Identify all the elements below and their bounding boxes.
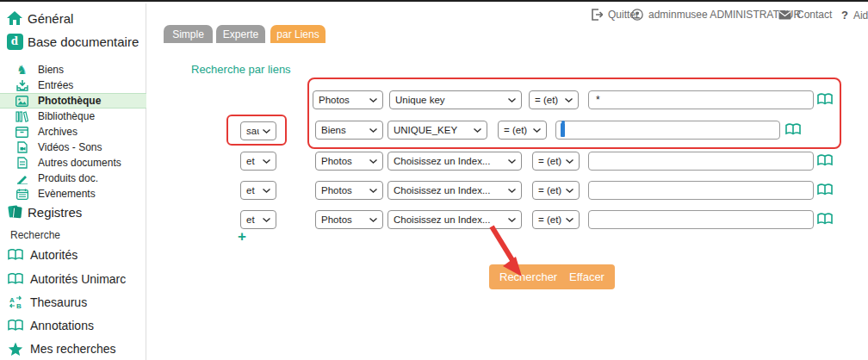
row3-index-select[interactable]: Choisissez un Index... <box>388 152 522 171</box>
row4-index-select[interactable]: Choisissez un Index... <box>388 181 522 200</box>
effacer-button[interactable]: Effacer <box>559 264 615 289</box>
calendar-icon <box>16 188 28 201</box>
page-title: Recherche par liens <box>191 63 291 76</box>
contact-link[interactable]: Contact <box>778 9 832 21</box>
open-book-icon <box>7 247 23 264</box>
envelope-icon <box>778 10 791 20</box>
row4-lexicon-book-icon[interactable] <box>817 183 833 196</box>
text-cursor-icon <box>561 123 565 137</box>
archive-box-icon <box>16 126 28 139</box>
topbar: Quitter adminmusee ADMINISTRATEUR Contac… <box>147 3 868 28</box>
row5-connector-select[interactable]: et <box>240 210 276 229</box>
sidebar-item-label: Général <box>28 11 73 26</box>
row5-database-select[interactable]: Photos <box>315 210 383 229</box>
row3-database-select[interactable]: Photos <box>315 152 383 171</box>
books-stack-icon <box>6 203 23 220</box>
sidebar-item-phototheque[interactable]: Photothèque <box>0 93 146 109</box>
open-book-icon <box>7 271 23 288</box>
row4-operator-select[interactable]: = (et) <box>532 181 580 200</box>
sidebar-item-thesaurus[interactable]: AB Thesaurus <box>0 293 146 312</box>
sidebar-item-videos-sons[interactable]: Vidéos - Sons <box>0 140 146 155</box>
sidebar-item-annotations[interactable]: Annotations <box>0 316 146 335</box>
sidebar-item-evenements[interactable]: Evènements <box>0 186 146 202</box>
row4-database-select[interactable]: Photos <box>315 181 383 200</box>
sidebar-item-label: Base documentaire <box>28 34 139 49</box>
add-row-button[interactable]: + <box>238 229 246 244</box>
row4-connector-select[interactable]: et <box>240 181 276 200</box>
books-shelf-icon <box>16 110 28 123</box>
recherche-section-label: Recherche <box>10 229 60 241</box>
tab-experte[interactable]: Experte <box>216 25 265 43</box>
row2-index-select[interactable]: UNIQUE_KEY <box>388 121 487 140</box>
document-icon <box>16 157 28 170</box>
row3-connector-select[interactable]: et <box>240 152 276 171</box>
user-account[interactable]: adminmusee ADMINISTRATEUR <box>631 9 801 21</box>
sidebar-item-autorites[interactable]: Autorités <box>0 245 146 264</box>
row1-operator-select[interactable]: = (et) <box>529 90 579 109</box>
base-doc-logo-icon: d <box>6 33 23 50</box>
sidebar-item-base-documentaire[interactable]: d Base documentaire <box>0 31 146 52</box>
row5-operator-select[interactable]: = (et) <box>532 210 580 229</box>
star-icon <box>7 341 23 357</box>
row3-operator-select[interactable]: = (et) <box>532 152 580 171</box>
sidebar-item-registres[interactable]: Registres <box>0 202 146 222</box>
sidebar-item-entrees[interactable]: Entrées <box>0 78 146 93</box>
row1-database-select[interactable]: Photos <box>313 90 383 109</box>
home-icon <box>6 9 23 27</box>
row2-value-input[interactable] <box>555 121 780 140</box>
rechercher-button[interactable]: Rechercher <box>489 264 567 289</box>
sidebar-item-archives[interactable]: Archives <box>0 124 146 140</box>
user-icon <box>631 9 643 21</box>
row2-connector-select[interactable]: sauf <box>240 121 276 140</box>
sidebar-item-mes-recherches[interactable]: Mes recherches <box>0 339 146 358</box>
logout-icon <box>591 9 603 21</box>
question-mark-icon: ? <box>841 9 848 22</box>
row5-index-select[interactable]: Choisissez un Index... <box>388 210 522 229</box>
tab-par-liens[interactable]: par Liens <box>270 25 326 43</box>
svg-text:A: A <box>9 296 15 304</box>
sidebar-item-bibliotheque[interactable]: Bibliothèque <box>0 109 146 124</box>
sidebar: Général d Base documentaire ♞ Biens Entr… <box>0 3 146 360</box>
row2-operator-select[interactable]: = (et) <box>498 121 547 140</box>
row2-database-select[interactable]: Biens <box>315 121 383 140</box>
video-file-icon <box>16 141 28 154</box>
row3-value-input[interactable] <box>588 152 814 171</box>
translate-ab-icon: AB <box>7 295 23 311</box>
sidebar-item-autres-documents[interactable]: Autres documents <box>0 155 146 171</box>
sidebar-item-produits-doc[interactable]: Produits doc. <box>0 171 146 186</box>
row5-value-input[interactable] <box>588 210 814 229</box>
row3-lexicon-book-icon[interactable] <box>817 154 833 167</box>
inbox-arrow-icon <box>16 79 28 92</box>
app-window: Général d Base documentaire ♞ Biens Entr… <box>0 0 868 360</box>
row4-value-input[interactable] <box>588 181 814 200</box>
sidebar-item-autorites-unimarc[interactable]: Autorités Unimarc <box>0 270 146 289</box>
row5-lexicon-book-icon[interactable] <box>817 213 833 226</box>
row2-lexicon-book-icon[interactable] <box>785 123 801 136</box>
photo-icon <box>16 95 28 108</box>
row1-index-select[interactable]: Unique key <box>389 90 522 109</box>
open-book-icon <box>7 318 23 334</box>
sidebar-item-biens[interactable]: ♞ Biens <box>0 62 146 78</box>
row1-value-input[interactable] <box>588 90 814 109</box>
help-link[interactable]: ? Aide <box>841 9 868 22</box>
row1-lexicon-book-icon[interactable] <box>817 93 833 106</box>
svg-text:B: B <box>16 302 22 309</box>
knight-icon: ♞ <box>16 64 28 77</box>
signature-pen-icon <box>16 172 28 185</box>
tab-simple[interactable]: Simple <box>164 25 213 43</box>
sidebar-item-general[interactable]: Général <box>0 8 146 28</box>
